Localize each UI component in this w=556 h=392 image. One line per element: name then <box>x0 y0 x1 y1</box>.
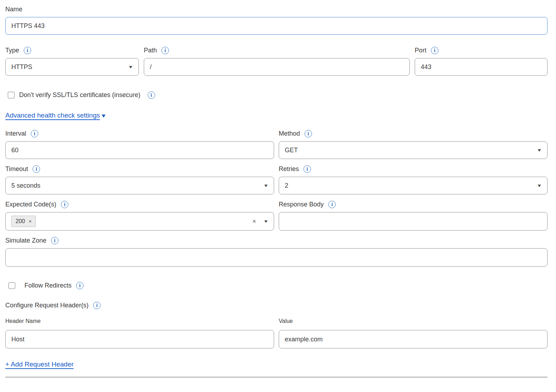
response-body-label: Response Body <box>279 201 324 208</box>
interval-field: Interval i <box>5 130 274 159</box>
timeout-field: Timeout i 5 seconds ▼ <box>5 165 274 194</box>
info-icon[interactable]: i <box>76 282 84 289</box>
info-icon[interactable]: i <box>33 165 40 173</box>
chevron-down-icon: ▼ <box>537 148 542 152</box>
simulate-zone-label: Simulate Zone <box>5 237 46 244</box>
retries-select[interactable]: 2 ▼ <box>279 177 548 194</box>
header-value-input[interactable] <box>279 330 548 348</box>
method-field: Method i GET ▼ <box>279 130 548 159</box>
chevron-down-icon: ▼ <box>263 183 269 187</box>
info-icon[interactable]: i <box>61 201 68 208</box>
section-divider <box>5 377 548 377</box>
info-icon[interactable]: i <box>328 201 336 208</box>
follow-redirects-checkbox[interactable] <box>8 282 15 289</box>
retries-select-value: 2 <box>285 182 288 189</box>
port-field: Port i <box>415 47 548 76</box>
info-icon[interactable]: i <box>31 130 38 137</box>
follow-redirects-row: Follow Redirects i <box>5 282 548 289</box>
path-field: Path i <box>144 47 410 76</box>
clear-all-icon[interactable]: × <box>253 218 256 225</box>
info-icon[interactable]: i <box>303 165 311 173</box>
advanced-settings-link[interactable]: Advanced health check settings <box>5 112 100 119</box>
interval-input[interactable] <box>5 141 274 159</box>
info-icon[interactable]: i <box>93 302 101 309</box>
simulate-zone-input[interactable] <box>5 248 548 267</box>
name-label: Name <box>5 6 22 13</box>
timeout-select-value: 5 seconds <box>11 182 40 189</box>
header-name-label: Header Name <box>5 318 41 324</box>
remove-tag-icon[interactable]: × <box>29 218 32 225</box>
expected-codes-multiselect[interactable]: 200 × × ▼ <box>5 212 274 231</box>
retries-field: Retries i 2 ▼ <box>279 165 548 194</box>
method-label: Method <box>279 130 300 137</box>
response-body-input[interactable] <box>279 212 548 231</box>
chevron-down-icon: ▼ <box>537 183 542 187</box>
chevron-down-icon[interactable]: ▼ <box>101 113 107 119</box>
retries-label: Retries <box>279 165 299 173</box>
ssl-verify-checkbox[interactable] <box>8 92 15 98</box>
timeout-select[interactable]: 5 seconds ▼ <box>5 177 274 194</box>
codes-body-row: Expected Code(s) i 200 × × ▼ Response Bo… <box>5 201 548 231</box>
info-icon[interactable]: i <box>24 47 31 54</box>
type-label: Type <box>5 47 19 54</box>
path-label: Path <box>144 47 157 54</box>
ssl-verify-label: Don't verify SSL/TLS certificates (insec… <box>19 91 141 99</box>
type-select[interactable]: HTTPS ▼ <box>5 58 139 76</box>
expected-codes-label: Expected Code(s) <box>5 201 56 208</box>
name-input[interactable] <box>5 17 548 35</box>
info-icon[interactable]: i <box>161 47 169 54</box>
method-select[interactable]: GET ▼ <box>279 141 548 159</box>
simulate-zone-field: Simulate Zone i <box>5 237 548 267</box>
port-label: Port <box>415 47 426 54</box>
chevron-down-icon: ▼ <box>128 65 134 69</box>
info-icon[interactable]: i <box>51 237 58 244</box>
name-field: Name <box>5 6 548 35</box>
health-check-form: Name Type i HTTPS ▼ Path i Port i <box>0 0 556 377</box>
add-request-header-link[interactable]: + Add Request Header <box>5 360 74 368</box>
add-header-row: + Add Request Header <box>5 360 548 368</box>
expected-codes-field: Expected Code(s) i 200 × × ▼ <box>5 201 274 231</box>
interval-method-row: Interval i Method i GET ▼ <box>5 130 548 159</box>
timeout-retries-row: Timeout i 5 seconds ▼ Retries i 2 ▼ <box>5 165 548 194</box>
info-icon[interactable]: i <box>148 91 155 99</box>
advanced-settings-row: Advanced health check settings▼ <box>5 112 548 119</box>
interval-label: Interval <box>5 130 26 137</box>
response-body-field: Response Body i <box>279 201 548 231</box>
type-select-value: HTTPS <box>11 63 32 71</box>
method-select-value: GET <box>285 147 298 154</box>
type-field: Type i HTTPS ▼ <box>5 47 139 76</box>
port-input[interactable] <box>415 58 548 76</box>
type-path-port-row: Type i HTTPS ▼ Path i Port i <box>5 47 548 76</box>
header-value-label: Value <box>279 318 293 324</box>
configure-headers-row: Configure Request Header(s) i <box>5 302 548 309</box>
ssl-verify-row: Don't verify SSL/TLS certificates (insec… <box>5 91 548 99</box>
header-row: Header Name Value <box>5 318 548 348</box>
code-tag-value: 200 <box>16 218 25 225</box>
follow-redirects-label: Follow Redirects <box>24 282 72 289</box>
configure-headers-label: Configure Request Header(s) <box>5 302 89 309</box>
header-name-input[interactable] <box>5 330 274 348</box>
info-icon[interactable]: i <box>305 130 312 137</box>
info-icon[interactable]: i <box>431 47 438 54</box>
header-value-field: Value <box>279 318 548 348</box>
header-name-field: Header Name <box>5 318 274 348</box>
timeout-label: Timeout <box>5 165 28 173</box>
path-input[interactable] <box>144 58 410 76</box>
code-tag: 200 × <box>11 216 36 227</box>
chevron-down-icon[interactable]: ▼ <box>263 219 269 223</box>
